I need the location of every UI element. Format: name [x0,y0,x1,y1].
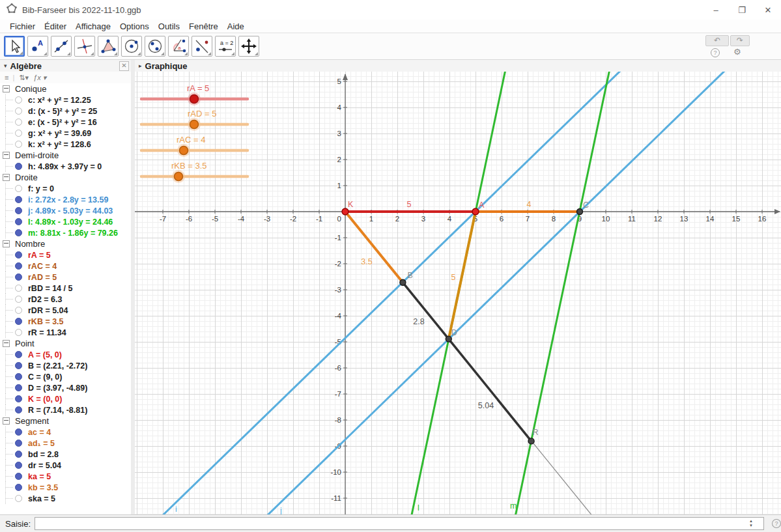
algebra-section-conique[interactable]: Conique [0,83,131,94]
algebra-section-nombre[interactable]: Nombre [0,238,131,249]
visibility-marble[interactable] [15,384,22,391]
algebra-item[interactable]: rR = 11.34 [0,327,131,338]
transform-tool[interactable] [192,36,212,57]
move-graphics-tool[interactable] [238,36,259,57]
tool-dropdown-icon[interactable] [255,52,258,55]
input-stepper[interactable]: ▲▼ [747,518,755,529]
visibility-marble[interactable] [15,196,22,203]
visibility-marble[interactable] [15,428,22,436]
algebra-item[interactable]: rD2 = 6.3 [0,294,131,305]
algebra-item[interactable]: rDR = 5.04 [0,305,131,316]
line-tool[interactable] [51,36,72,57]
visibility-marble[interactable] [15,107,22,115]
algebra-item[interactable]: g: x² + y² = 39.69 [0,128,131,139]
visibility-marble[interactable] [15,262,22,270]
algebra-item[interactable]: R = (7.14, -8.81) [0,404,131,415]
visibility-marble[interactable] [15,395,22,402]
redo-button[interactable]: ↷ [730,35,750,46]
algebra-item[interactable]: bd = 2.8 [0,449,131,460]
tool-dropdown-icon[interactable] [137,52,141,55]
tool-dropdown-icon[interactable] [67,52,70,55]
menu-affichage[interactable]: Affichage [71,21,115,31]
minimize-button[interactable]: – [703,0,729,20]
point-B[interactable] [400,279,406,285]
algebra-item[interactable]: ska = 5 [0,493,131,504]
graph-svg[interactable]: -7-6-5-4-3-2-112345678910111213141516-11… [135,72,781,514]
visibility-marble[interactable] [15,318,22,325]
collapse-algebra-icon[interactable]: ▾ [4,63,7,69]
algebra-item[interactable]: l: 4.89x - 1.03y = 24.46 [0,216,131,227]
algebra-section-demi-droite[interactable]: Demi-droite [0,150,131,161]
collapse-section-icon[interactable] [3,240,10,247]
visibility-marble[interactable] [15,218,22,225]
menu-aide[interactable]: Aide [223,21,249,31]
tool-dropdown-icon[interactable] [184,52,188,55]
close-algebra-icon[interactable]: ✕ [119,61,129,71]
menu-fichier[interactable]: Fichier [5,21,40,31]
slider-handle[interactable] [190,120,199,129]
algebra-item[interactable]: ac = 4 [0,427,131,438]
tool-dropdown-icon[interactable] [114,52,117,55]
visibility-marble[interactable] [15,251,22,259]
visibility-marble[interactable] [15,373,22,380]
circle-tool[interactable] [121,36,142,57]
algebra-item[interactable]: j: 4.89x - 5.03y = 44.03 [0,205,131,216]
visibility-marble[interactable] [15,229,22,236]
algebra-item[interactable]: e: (x - 5)² + y² = 16 [0,117,131,128]
tool-dropdown-icon[interactable] [44,52,47,55]
algebra-section-point[interactable]: Point [0,338,131,349]
collapse-section-icon[interactable] [3,174,10,181]
visibility-marble[interactable] [15,273,22,281]
algebra-item[interactable]: c: x² + y² = 12.25 [0,94,131,105]
visibility-marble[interactable] [15,440,22,447]
input-help-icon[interactable]: ? [772,519,781,528]
undo-button[interactable]: ↶ [705,35,729,46]
tool-dropdown-icon[interactable] [208,52,211,55]
algebra-item[interactable]: h: 4.89x + 3.97y = 0 [0,161,131,172]
fx-icon[interactable]: ƒx ▾ [33,74,46,82]
algebra-section-segment[interactable]: Segment [0,415,131,427]
algebra-item[interactable]: i: 2.72x - 2.8y = 13.59 [0,194,131,205]
close-button[interactable]: ✕ [755,0,781,20]
collapse-section-icon[interactable] [3,417,10,425]
tool-dropdown-icon[interactable] [161,52,164,55]
visibility-marble[interactable] [15,185,22,192]
command-input[interactable] [35,517,764,530]
visibility-marble[interactable] [15,362,22,369]
tool-dropdown-icon[interactable] [20,51,23,55]
visibility-marble[interactable] [15,130,22,137]
menu-éditer[interactable]: Éditer [40,21,71,31]
visibility-marble[interactable] [15,462,22,469]
sort-objects-icon[interactable]: ⇅▾ [19,74,29,82]
visibility-marble[interactable] [15,285,22,292]
angle-tool[interactable]: a [168,36,189,57]
algebra-item[interactable]: k: x² + y² = 128.6 [0,139,131,150]
collapse-section-icon[interactable] [3,340,10,347]
tool-dropdown-icon[interactable] [231,52,234,55]
visibility-marble[interactable] [15,495,22,502]
visibility-marble[interactable] [15,163,22,170]
polygon-tool[interactable] [98,36,119,57]
menu-outils[interactable]: Outils [154,21,184,31]
algebra-item[interactable]: rKB = 3.5 [0,316,131,327]
collapse-section-icon[interactable] [3,85,10,92]
visibility-marble[interactable] [15,451,22,458]
collapse-graphics-icon[interactable]: ▸ [139,63,142,69]
slider-tool[interactable]: a = 2 [215,36,236,57]
algebra-item[interactable]: dr = 5.04 [0,460,131,471]
algebra-item[interactable]: kb = 3.5 [0,482,131,493]
tool-dropdown-icon[interactable] [91,52,94,55]
algebra-item[interactable]: D = (3.97, -4.89) [0,382,131,393]
algebra-item[interactable]: C = (9, 0) [0,371,131,382]
point-A[interactable] [472,208,479,215]
visibility-marble[interactable] [15,119,22,126]
slider-handle[interactable] [190,95,199,104]
collapse-section-icon[interactable] [3,152,10,159]
algebra-item[interactable]: ad₁ = 5 [0,438,131,449]
visibility-marble[interactable] [15,473,22,480]
segment-kb[interactable] [345,212,403,283]
algebra-item[interactable]: rAD = 5 [0,272,131,283]
point-R[interactable] [528,438,534,444]
slider-handle[interactable] [180,147,188,155]
menu-options[interactable]: Options [115,21,154,31]
